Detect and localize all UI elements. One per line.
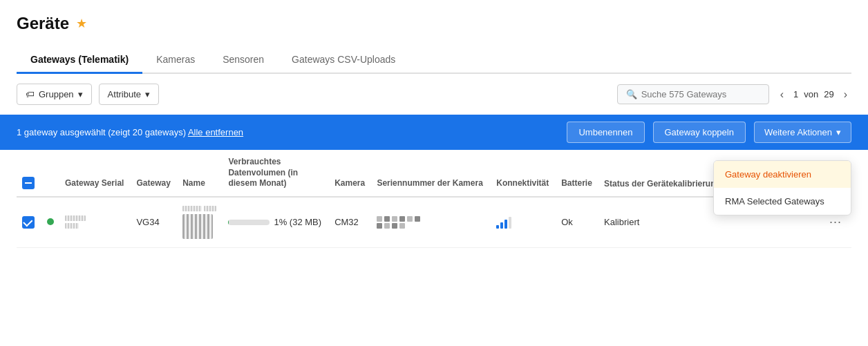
th-konnektivitaet: Konnektivität	[491, 150, 556, 197]
page-separator: von	[804, 89, 818, 99]
th-status	[41, 150, 59, 197]
umbenennen-button[interactable]: Umbenennen	[567, 122, 644, 143]
tag-icon: 🏷	[26, 89, 35, 99]
title-row: Geräte ★	[17, 14, 851, 33]
th-datenvolumen: Verbrauchtes Datenvolumen (in diesem Mon…	[223, 150, 329, 197]
signal-bar-3	[504, 220, 507, 229]
tab-sensoren[interactable]: Sensoren	[209, 47, 278, 74]
status-dot-online	[47, 218, 54, 225]
weitere-aktionen-label: Weitere Aktionen	[764, 127, 832, 137]
tabs-row: Gateways (Telematik) Kameras Sensoren Ga…	[17, 47, 851, 74]
name-masked-1	[182, 206, 202, 211]
th-seriennummer: Seriennummer der Kamera	[371, 150, 491, 197]
signal-bar-4	[509, 217, 511, 229]
remove-all-link[interactable]: Alle entfernen	[188, 127, 243, 137]
name-masked-2	[204, 206, 216, 211]
toolbar: 🏷 Gruppen ▾ Attribute ▾ 🔍 ‹ 1 von 29 ›	[0, 74, 868, 115]
attribute-chevron-icon: ▾	[145, 89, 150, 99]
gateway-name: VG34	[136, 217, 159, 227]
attribute-button[interactable]: Attribute ▾	[99, 84, 159, 105]
th-gateway-serial: Gateway Serial	[59, 150, 131, 197]
kalibrierung-value: Kalibriert	[604, 217, 639, 227]
datenvolumen-text: 1% (32 MB)	[274, 217, 321, 227]
gateway-serial-masked-2	[65, 223, 79, 229]
pagination: ‹ 1 von 29 ›	[776, 87, 851, 102]
page-container: Geräte ★ Gateways (Telematik) Kameras Se…	[0, 0, 868, 346]
tab-gateways-telematik[interactable]: Gateways (Telematik)	[17, 47, 142, 74]
td-seriennummer	[371, 197, 491, 248]
th-batterie: Batterie	[556, 150, 598, 197]
page-header: Geräte ★ Gateways (Telematik) Kameras Se…	[0, 0, 868, 74]
td-datenvolumen: 1% (32 MB)	[223, 197, 329, 248]
attribute-label: Attribute	[108, 89, 141, 99]
seriennummer-masked	[377, 216, 485, 229]
gruppen-button[interactable]: 🏷 Gruppen ▾	[17, 84, 92, 105]
search-icon: 🔍	[626, 89, 637, 99]
tab-gateways-csv[interactable]: Gateways CSV-Uploads	[278, 47, 409, 74]
select-all-checkbox[interactable]	[22, 177, 35, 189]
gruppen-label: Gruppen	[39, 89, 74, 99]
selection-banner: 1 gateway ausgewählt (zeigt 20 gateways)…	[0, 115, 868, 150]
td-checkbox	[17, 197, 41, 248]
weitere-aktionen-chevron-icon: ▾	[836, 127, 841, 137]
kamera-value: CM32	[334, 217, 359, 227]
page-prev-button[interactable]: ‹	[776, 87, 788, 102]
signal-bar-2	[500, 222, 503, 229]
td-status	[41, 197, 59, 248]
progress-bar-fill	[228, 220, 229, 225]
selection-text: 1 gateway ausgewählt (zeigt 20 gateways)…	[17, 127, 558, 137]
progress-bar-bg	[228, 220, 270, 225]
page-title: Geräte	[17, 14, 69, 33]
th-name: Name	[177, 150, 223, 197]
dropdown-item-deactivate[interactable]: Gateway deaktivieren	[714, 161, 851, 188]
td-gateway: VG34	[131, 197, 177, 248]
gateway-koppeln-button[interactable]: Gateway koppeln	[653, 122, 746, 143]
datenvolumen-progress: 1% (32 MB)	[228, 217, 323, 227]
signal-bars	[496, 216, 550, 229]
tab-kameras[interactable]: Kameras	[142, 47, 209, 74]
search-container: 🔍	[617, 84, 769, 104]
weitere-aktionen-button[interactable]: Weitere Aktionen ▾	[754, 122, 851, 143]
page-next-button[interactable]: ›	[840, 87, 851, 102]
row-checkbox[interactable]	[22, 216, 35, 229]
signal-bar-1	[496, 225, 499, 229]
page-current: 1	[793, 89, 798, 99]
dropdown-menu: Gateway deaktivieren RMA Selected Gatewa…	[713, 160, 851, 215]
td-konnektivitaet	[491, 197, 556, 248]
gruppen-chevron-icon: ▾	[78, 89, 83, 99]
th-checkbox	[17, 150, 41, 197]
favorite-star-icon[interactable]: ★	[76, 16, 87, 31]
page-total: 29	[824, 89, 833, 99]
gateway-serial-masked	[65, 215, 86, 221]
search-input[interactable]	[641, 89, 760, 99]
td-batterie: Ok	[556, 197, 598, 248]
td-gateway-serial	[59, 197, 131, 248]
td-name	[177, 197, 223, 248]
name-image-masked	[182, 214, 213, 239]
batterie-value: Ok	[561, 217, 573, 227]
td-kamera: CM32	[329, 197, 371, 248]
th-gateway: Gateway	[131, 150, 177, 197]
th-kamera: Kamera	[329, 150, 371, 197]
row-more-button[interactable]: ···	[825, 213, 846, 231]
dropdown-item-rma[interactable]: RMA Selected Gateways	[714, 188, 851, 215]
